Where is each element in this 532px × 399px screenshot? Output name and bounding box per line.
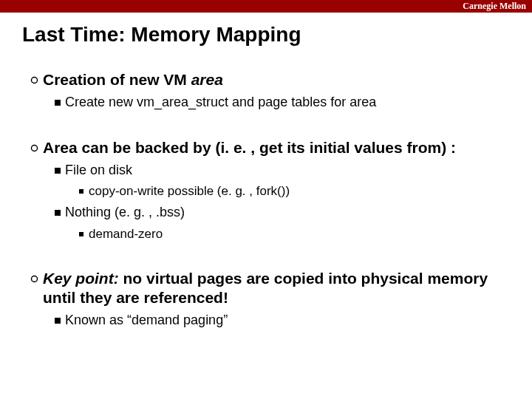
bullet-l2: File on disk bbox=[50, 162, 507, 179]
bullet-l3: demand-zero bbox=[74, 226, 507, 242]
svg-point-2 bbox=[31, 145, 37, 151]
bullet-l2-text: Nothing (e. g. , .bss) bbox=[65, 204, 185, 221]
bullet-l2-text: Create new vm_area_struct and page table… bbox=[65, 94, 376, 111]
brand-banner: Carnegie Mellon bbox=[0, 0, 532, 13]
text-italic: Key point: bbox=[43, 270, 119, 287]
solid-square-icon bbox=[50, 204, 65, 216]
svg-rect-5 bbox=[55, 210, 61, 216]
svg-rect-1 bbox=[55, 100, 61, 106]
small-square-icon bbox=[74, 183, 89, 194]
bullet-l3: copy-on-write possible (e. g. , fork()) bbox=[74, 183, 507, 200]
hollow-circle-icon bbox=[25, 70, 43, 84]
svg-rect-3 bbox=[55, 168, 61, 174]
small-square-icon bbox=[74, 226, 89, 236]
spacer bbox=[25, 112, 507, 128]
bullet-l1-text: Area can be backed by (i. e. , get its i… bbox=[43, 138, 456, 157]
solid-square-icon bbox=[50, 312, 65, 324]
bullet-l2: Nothing (e. g. , .bss) bbox=[50, 204, 507, 221]
bullet-l3-text: demand-zero bbox=[89, 226, 163, 242]
bullet-l1-text: Key point: no virtual pages are copied i… bbox=[43, 269, 507, 308]
slide: Carnegie Mellon Last Time: Memory Mappin… bbox=[0, 0, 532, 399]
solid-square-icon bbox=[50, 162, 65, 174]
svg-point-7 bbox=[31, 276, 37, 282]
slide-content: Creation of new VM area Create new vm_ar… bbox=[0, 52, 532, 330]
bullet-l3-text: copy-on-write possible (e. g. , fork()) bbox=[89, 183, 290, 200]
svg-rect-4 bbox=[79, 189, 83, 194]
bullet-l2-text: Known as “demand paging” bbox=[65, 312, 228, 329]
bullet-l1: Area can be backed by (i. e. , get its i… bbox=[25, 138, 507, 157]
bullet-l2: Create new vm_area_struct and page table… bbox=[50, 94, 507, 111]
hollow-circle-icon bbox=[25, 138, 43, 152]
text-italic: area bbox=[191, 71, 223, 88]
solid-square-icon bbox=[50, 94, 65, 106]
bullet-l1: Creation of new VM area bbox=[25, 70, 507, 89]
hollow-circle-icon bbox=[25, 269, 43, 283]
bullet-l2: Known as “demand paging” bbox=[50, 312, 507, 329]
slide-title: Last Time: Memory Mapping bbox=[0, 13, 532, 52]
svg-point-0 bbox=[31, 77, 37, 83]
svg-rect-8 bbox=[55, 318, 61, 324]
bullet-l2-text: File on disk bbox=[65, 162, 132, 179]
brand-text: Carnegie Mellon bbox=[463, 1, 526, 11]
bullet-l1: Key point: no virtual pages are copied i… bbox=[25, 269, 507, 308]
text-plain: Creation of new VM bbox=[43, 71, 191, 88]
bullet-l1-text: Creation of new VM area bbox=[43, 70, 223, 89]
spacer bbox=[25, 242, 507, 259]
svg-rect-6 bbox=[79, 232, 83, 236]
